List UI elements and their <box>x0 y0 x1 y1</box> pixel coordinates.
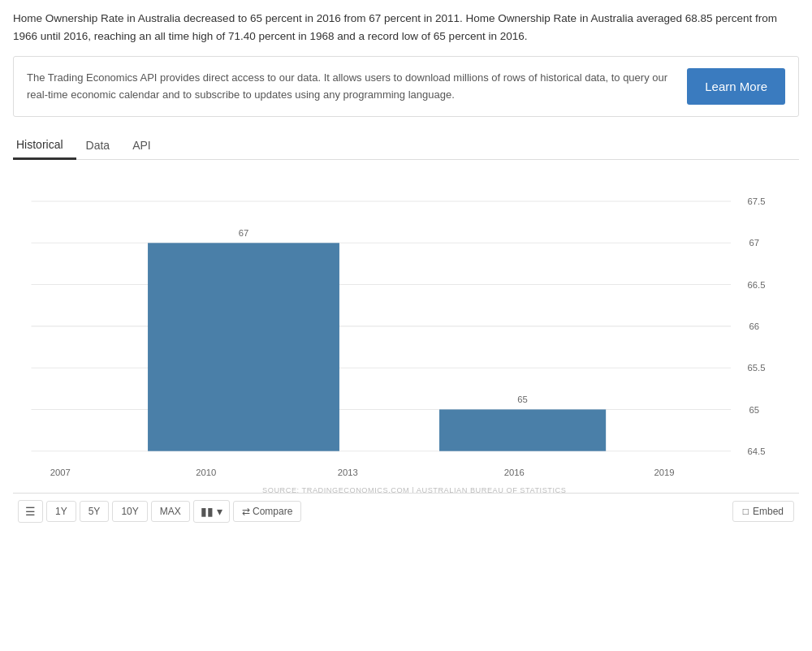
chart-type-icon: ▮▮ <box>201 505 214 518</box>
tabs-row: Historical Data API <box>13 131 799 160</box>
x-label-2007: 2007 <box>50 468 71 478</box>
bar-chart: 67 65 67.5 67 66.5 66 65.5 65 64.5 2007 … <box>13 168 799 493</box>
filter-icon-button[interactable]: ☰ <box>18 500 43 523</box>
5y-button[interactable]: 5Y <box>80 501 110 522</box>
embed-icon: □ <box>743 506 749 517</box>
learn-more-button[interactable]: Learn More <box>687 68 785 105</box>
y-label-67: 67 <box>749 239 760 248</box>
y-label-675: 67.5 <box>748 196 766 206</box>
tab-api[interactable]: API <box>129 132 164 158</box>
chart-type-chevron: ▾ <box>217 505 222 518</box>
api-banner-text: The Trading Economics API provides direc… <box>27 70 671 104</box>
bar-2011-label: 67 <box>239 228 249 238</box>
x-label-2019: 2019 <box>654 468 674 478</box>
max-button[interactable]: MAX <box>151 501 190 522</box>
bar-2011 <box>148 243 339 451</box>
filter-icon: ☰ <box>25 505 36 518</box>
tab-historical[interactable]: Historical <box>13 131 76 160</box>
chart-type-button[interactable]: ▮▮ ▾ <box>193 500 230 523</box>
compare-icon: ⇄ <box>242 506 253 517</box>
x-label-2016: 2016 <box>504 468 525 478</box>
10y-button[interactable]: 10Y <box>112 501 147 522</box>
toolbar: ☰ 1Y 5Y 10Y MAX ▮▮ ▾ ⇄ Compare □ Embed <box>13 493 799 529</box>
y-label-665: 66.5 <box>748 280 766 290</box>
bar-2016 <box>439 410 606 451</box>
y-label-65: 65 <box>749 405 760 415</box>
y-label-645: 64.5 <box>748 446 766 456</box>
x-label-2013: 2013 <box>338 468 358 478</box>
chart-container: 67 65 67.5 67 66.5 66 65.5 65 64.5 2007 … <box>13 168 799 493</box>
bar-2016-label: 65 <box>517 394 528 404</box>
api-banner: The Trading Economics API provides direc… <box>13 56 799 117</box>
description-text: Home Ownership Rate in Australia decreas… <box>13 10 799 45</box>
x-label-2010: 2010 <box>196 468 216 478</box>
y-label-66: 66 <box>749 321 760 331</box>
y-label-655: 65.5 <box>748 363 766 373</box>
compare-button[interactable]: ⇄ Compare <box>233 501 302 522</box>
tab-data[interactable]: Data <box>83 132 123 158</box>
source-text: SOURCE: TRADINGECONOMICS.COM | AUSTRALIA… <box>262 486 566 493</box>
embed-button[interactable]: □ Embed <box>732 501 794 522</box>
1y-button[interactable]: 1Y <box>46 501 76 522</box>
